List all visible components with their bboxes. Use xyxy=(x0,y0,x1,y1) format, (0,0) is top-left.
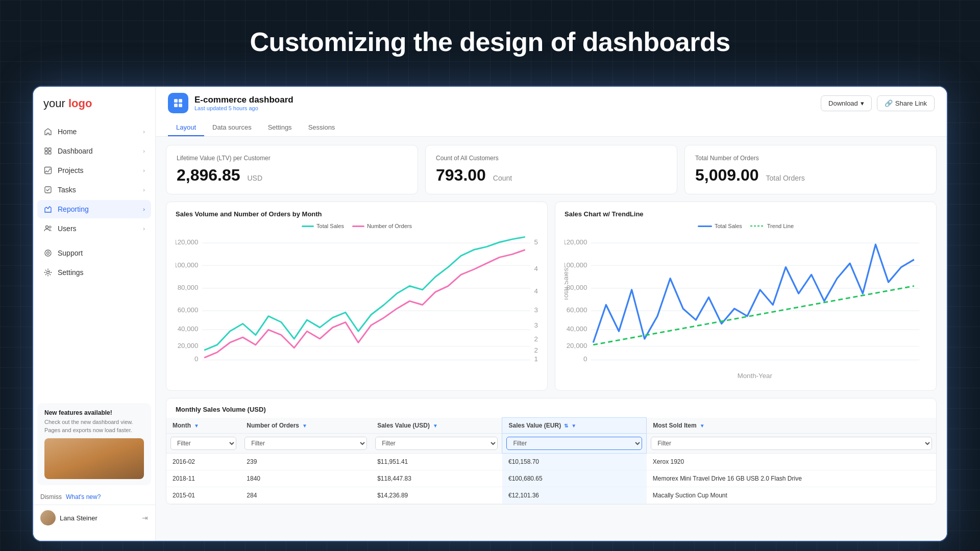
tab-layout[interactable]: Layout xyxy=(168,119,204,136)
filter-icon: ▼ xyxy=(194,423,199,429)
metric-card-ltv: Lifetime Value (LTV) per Customer 2,896.… xyxy=(166,145,418,194)
svg-text:Month-Year: Month-Year xyxy=(738,372,773,380)
cell-orders: 284 xyxy=(240,487,371,504)
sidebar-item-dashboard[interactable]: Dashboard › xyxy=(37,142,151,160)
chart-title-right: Sales Chart w/ TrendLine xyxy=(565,210,927,218)
share-label: Share Link xyxy=(895,99,927,107)
dashboard-icon-box xyxy=(168,93,188,113)
table-row: 2018-11 1840 $118,447.83 €100,680.65 Mem… xyxy=(166,470,936,487)
filter-cell-month: Filter xyxy=(166,434,240,454)
svg-point-9 xyxy=(47,252,50,255)
filter-select-orders[interactable]: Filter xyxy=(244,437,367,450)
projects-icon xyxy=(43,166,53,175)
download-button[interactable]: Download ▾ xyxy=(821,95,872,111)
metric-label-customers: Count of All Customers xyxy=(436,155,667,162)
charts-row: Sales Volume and Number of Orders by Mon… xyxy=(166,202,937,391)
filter-cell-most-sold: Filter xyxy=(647,434,936,454)
sidebar-item-projects[interactable]: Projects › xyxy=(37,161,151,180)
logo: your logo xyxy=(33,97,155,122)
content-area: Lifetime Value (LTV) per Customer 2,896.… xyxy=(156,137,947,513)
legend-dashed-line xyxy=(750,224,765,228)
metric-card-orders: Total Number of Orders 5,009.00 Total Or… xyxy=(684,145,937,194)
svg-text:20,000: 20,000 xyxy=(567,342,587,349)
sidebar-item-support[interactable]: Support xyxy=(37,244,151,262)
legend-line-blue xyxy=(698,226,712,227)
sidebar-item-home[interactable]: Home › xyxy=(37,122,151,141)
share-link-button[interactable]: 🔗 Share Link xyxy=(877,95,935,111)
table-card: Monthly Sales Volume (USD) Month ▼ xyxy=(166,398,937,505)
svg-text:250: 250 xyxy=(534,335,538,343)
cell-item: Macally Suction Cup Mount xyxy=(647,487,936,504)
svg-text:60,000: 60,000 xyxy=(567,306,587,314)
dismiss-row: Dismiss What's new? xyxy=(33,491,155,505)
sidebar-item-reporting[interactable]: Reporting › xyxy=(37,200,151,218)
logout-icon[interactable]: ⇥ xyxy=(142,514,148,522)
legend-label-orders: Number of Orders xyxy=(367,223,412,229)
cell-eur: €100,680.65 xyxy=(502,470,647,487)
tab-settings[interactable]: Settings xyxy=(260,119,300,136)
sidebar-item-users[interactable]: Users › xyxy=(37,219,151,238)
header-tabs: Layout Data sources Settings Sessions xyxy=(168,119,935,136)
tab-data-sources[interactable]: Data sources xyxy=(204,119,260,136)
filter-icon: ▼ xyxy=(302,423,307,429)
sort-icon: ⇅ xyxy=(564,423,568,429)
sidebar-item-label-dashboard: Dashboard xyxy=(58,147,93,155)
chevron-icon: › xyxy=(143,129,145,135)
chart-legend-left: Total Sales Number of Orders xyxy=(176,223,538,229)
svg-text:300: 300 xyxy=(534,321,538,329)
chevron-down-icon: ▾ xyxy=(861,99,864,107)
cell-usd: $11,951.41 xyxy=(371,454,502,470)
main-header: E-commerce dashboard Last updated 5 hour… xyxy=(156,87,947,137)
svg-rect-14 xyxy=(179,104,182,107)
cell-usd: $118,447.83 xyxy=(371,470,502,487)
table-header-row: Month ▼ Number of Orders ▼ xyxy=(166,418,936,434)
chevron-icon: › xyxy=(143,206,145,212)
metric-card-customers: Count of All Customers 793.00 Count xyxy=(425,145,677,194)
svg-text:40,000: 40,000 xyxy=(178,325,199,333)
monthly-sales-table: Month ▼ Number of Orders ▼ xyxy=(166,417,936,504)
chevron-icon: › xyxy=(143,167,145,173)
svg-rect-12 xyxy=(179,99,182,103)
app-container: your logo Home › Dashboard xyxy=(33,87,947,541)
filter-select-most-sold[interactable]: Filter xyxy=(651,437,932,450)
svg-line-53 xyxy=(593,286,914,345)
cell-usd: $14,236.89 xyxy=(371,487,502,504)
svg-text:40,000: 40,000 xyxy=(567,325,587,333)
header-actions: Download ▾ 🔗 Share Link xyxy=(821,95,935,111)
filter-cell-orders: Filter xyxy=(240,434,371,454)
whats-new-link[interactable]: What's new? xyxy=(66,493,101,500)
sidebar-item-tasks[interactable]: Tasks › xyxy=(37,181,151,199)
share-icon: 🔗 xyxy=(885,99,893,107)
filter-cell-eur: Filter xyxy=(502,434,647,454)
svg-text:500: 500 xyxy=(534,238,538,246)
filter-select-usd[interactable]: Filter xyxy=(375,437,498,450)
sidebar-item-settings[interactable]: Settings xyxy=(37,263,151,282)
new-features-desc: Check out the new dashboard view. Pages … xyxy=(44,418,144,434)
filter-select-month[interactable]: Filter xyxy=(170,437,236,450)
chart-svg-left: 120,000 100,000 80,000 60,000 40,000 20,… xyxy=(176,233,538,377)
header-left: E-commerce dashboard Last updated 5 hour… xyxy=(168,93,293,113)
svg-rect-5 xyxy=(45,187,51,193)
last-updated: Last updated 5 hours ago xyxy=(194,105,293,111)
chevron-icon: › xyxy=(143,226,145,232)
dismiss-button[interactable]: Dismiss xyxy=(40,493,62,500)
sidebar-item-label-projects: Projects xyxy=(58,166,84,174)
tab-sessions[interactable]: Sessions xyxy=(300,119,344,136)
table-row: 2015-01 284 $14,236.89 €12,101.36 Macall… xyxy=(166,487,936,504)
chart-svg-right: 120,000 100,000 80,000 60,000 40,000 20,… xyxy=(565,233,927,380)
svg-point-6 xyxy=(46,226,48,229)
cell-item: Xerox 1920 xyxy=(647,454,936,470)
filter-select-eur[interactable]: Filter xyxy=(506,437,642,450)
col-sales-usd: Sales Value (USD) ▼ xyxy=(371,418,502,434)
svg-text:120,000: 120,000 xyxy=(176,238,198,246)
chart-legend-right: Total Sales Trend Line xyxy=(565,223,927,229)
sidebar-item-label-support: Support xyxy=(58,249,83,257)
svg-text:60,000: 60,000 xyxy=(178,306,199,314)
sidebar-item-label-reporting: Reporting xyxy=(58,205,89,213)
main-content: E-commerce dashboard Last updated 5 hour… xyxy=(156,87,947,541)
svg-rect-11 xyxy=(174,99,178,103)
dashboard-title-block: E-commerce dashboard Last updated 5 hour… xyxy=(194,95,293,111)
chevron-icon: › xyxy=(143,148,145,154)
svg-text:150: 150 xyxy=(534,355,538,363)
new-features-box: New features available! Check out the ne… xyxy=(37,403,151,485)
